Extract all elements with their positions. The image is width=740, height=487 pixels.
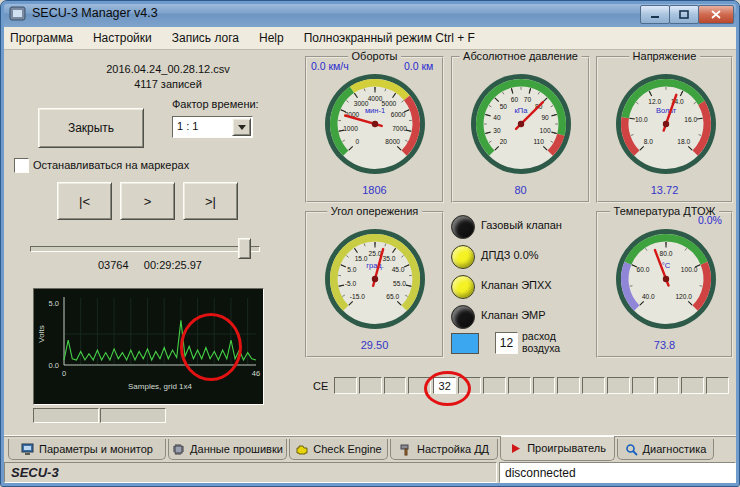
gauge-title-voltage: Напряжение xyxy=(629,50,701,62)
check-engine-icon xyxy=(295,443,308,456)
gauge-tick-label: 16.0 xyxy=(684,116,697,123)
ce-cell xyxy=(533,377,556,394)
scope-y-tick: 5.0 xyxy=(49,299,59,308)
combobox-arrow-button[interactable] xyxy=(232,118,251,136)
gauge-tick-label: 30 xyxy=(493,127,501,134)
gauge-tick-label: 6000 xyxy=(391,111,406,118)
gauge-tick-label: 8000 xyxy=(385,138,400,145)
play-button[interactable]: > xyxy=(120,182,175,220)
ce-cell xyxy=(359,377,382,394)
coolant-temp-value: 73.8 xyxy=(598,339,731,351)
close-window-button[interactable] xyxy=(698,5,734,24)
epxx-valve-lamp xyxy=(451,275,475,299)
tab-knock-setup[interactable]: Настройка ДД xyxy=(390,439,498,460)
gauge-tick-label: 100 xyxy=(540,127,551,134)
gauge-tick-label: 10.0 xyxy=(635,116,648,123)
gauge-tick-label: 70 xyxy=(524,96,532,103)
scope-x-tick: 0 xyxy=(62,369,66,378)
gauge-tick-label: 100.0 xyxy=(681,266,698,273)
gauge-tick-label: 18.0 xyxy=(677,138,690,145)
gauge-group-rpm: Обороты 01000200030004000500060007000800… xyxy=(305,56,444,203)
gauge-tick-label: 12.0 xyxy=(648,98,661,105)
scope-ylabel: Volts xyxy=(37,325,46,342)
tabstrip-shadow-line xyxy=(4,436,736,437)
coolant-temp-gauge: 40.060.080.0100.0120.0°C xyxy=(606,227,726,331)
to-end-button[interactable]: >| xyxy=(183,182,238,220)
stop-on-markers-checkbox[interactable] xyxy=(14,158,29,173)
air-flow-label-1: расход xyxy=(522,330,556,342)
gauge-tick-label: 35.0 xyxy=(382,255,395,262)
gauge-tick-label: 40.0 xyxy=(642,293,655,300)
gauge-unit: кПа xyxy=(515,106,529,115)
time-factor-label: Фактор времени: xyxy=(172,98,259,110)
gauge-tick-label: 40 xyxy=(493,114,501,121)
gauge-unit: град. xyxy=(366,261,384,270)
voltage-gauge: 8.010.012.014.016.018.0Вольт xyxy=(606,72,726,176)
menu-program[interactable]: Программа xyxy=(0,28,83,48)
position-slider-track[interactable] xyxy=(30,246,260,252)
ce-cell xyxy=(483,377,506,394)
gauge-tick-label: 60.0 xyxy=(636,266,649,273)
gauge-tick-label: 50 xyxy=(500,103,508,110)
voltage-value: 13.72 xyxy=(598,184,731,196)
window-title: SECU-3 Manager v4.3 xyxy=(32,6,158,20)
ce-cell xyxy=(657,377,680,394)
gauge-group-pressure: Абсолютное давление 20304050607080901001… xyxy=(451,56,590,203)
gauge-tick-label: 80.0 xyxy=(660,250,673,257)
ce-cell xyxy=(607,377,630,394)
app-icon xyxy=(9,5,26,22)
tab-label: Проигрыватель xyxy=(527,442,606,454)
oscilloscope-chart: 5.00.0046Samples, grid 1x4Volts xyxy=(33,288,264,405)
gauge-hub xyxy=(663,121,669,127)
tab-label: Настройка ДД xyxy=(417,443,489,455)
ce-cell xyxy=(706,377,729,394)
gauge-tick-label: 110 xyxy=(533,138,544,145)
status-brand-panel: SECU-3 xyxy=(4,462,497,483)
play-icon xyxy=(509,442,522,455)
title-bar[interactable]: SECU-3 Manager v4.3 xyxy=(0,0,740,27)
menu-bar: Программа Настройки Запись лога Help Пол… xyxy=(0,27,740,50)
throttle-lamp xyxy=(451,245,475,269)
menu-settings[interactable]: Настройки xyxy=(83,28,162,48)
tab-check-engine[interactable]: Check Engine xyxy=(289,439,388,460)
monitor-icon xyxy=(21,443,34,456)
epxx-valve-label: Клапан ЭПХХ xyxy=(481,279,552,291)
advance-angle-gauge: -15.0-5.05.015.025.035.045.055.065.0град… xyxy=(315,227,435,331)
gauge-tick-label: 120.0 xyxy=(675,293,692,300)
minimize-button[interactable] xyxy=(640,5,670,24)
gauge-tick-label: -5.0 xyxy=(345,280,357,287)
chip-icon xyxy=(172,443,185,456)
minimize-icon xyxy=(650,10,660,19)
menu-fullscreen[interactable]: Полноэкранный режим Ctrl + F xyxy=(294,28,485,48)
tps-readout: 0.0% xyxy=(698,214,722,226)
gauge-tick-label: 0 xyxy=(355,138,359,145)
tab-firmware-data[interactable]: Данные прошивки xyxy=(168,439,287,460)
gauge-tick-label: -15.0 xyxy=(350,293,365,300)
gauge-group-coolant-temp: Температура ДТОЖ 40.060.080.0100.0120.0°… xyxy=(596,211,733,358)
gauge-tick-label: 45.0 xyxy=(392,266,405,273)
emr-valve-label: Клапан ЭМР xyxy=(481,309,546,321)
tab-diagnostics[interactable]: Диагностика xyxy=(617,439,714,460)
gauge-tick-label: 25.0 xyxy=(369,250,382,257)
tab-parameters-monitor[interactable]: Параметры и монитор xyxy=(8,439,166,460)
time-factor-combobox[interactable]: 1 : 1 xyxy=(172,116,253,138)
gauge-unit: мин-1 xyxy=(365,106,385,115)
menu-help[interactable]: Help xyxy=(249,28,294,48)
position-slider-thumb[interactable] xyxy=(238,238,251,259)
to-start-button[interactable]: |< xyxy=(57,182,112,220)
tab-player[interactable]: Проигрыватель xyxy=(500,436,615,461)
close-log-button[interactable]: Закрыть xyxy=(38,108,144,148)
gas-valve-lamp xyxy=(451,215,475,239)
gauge-tick-label: 20 xyxy=(500,138,508,145)
time-factor-value: 1 : 1 xyxy=(177,120,198,132)
ce-cells: 32 xyxy=(334,377,729,394)
maximize-button[interactable] xyxy=(669,5,699,24)
menu-log-record[interactable]: Запись лога xyxy=(162,28,249,48)
ce-cell xyxy=(582,377,605,394)
gauge-tick-label: 90 xyxy=(541,114,549,121)
ce-cell xyxy=(557,377,580,394)
advance-angle-value: 29.50 xyxy=(307,339,442,351)
connection-status: disconnected xyxy=(505,466,576,480)
tab-label: Параметры и монитор xyxy=(39,443,153,455)
ce-cell xyxy=(458,377,481,394)
